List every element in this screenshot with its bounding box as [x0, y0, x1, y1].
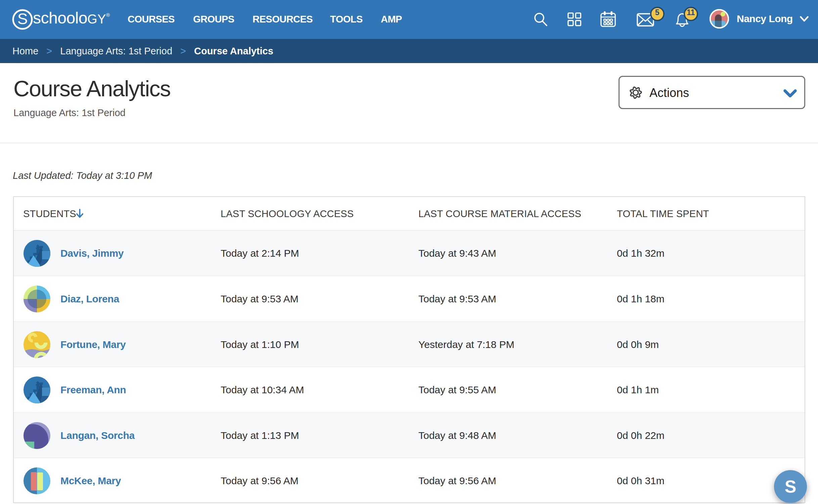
svg-text:S: S: [17, 10, 28, 28]
